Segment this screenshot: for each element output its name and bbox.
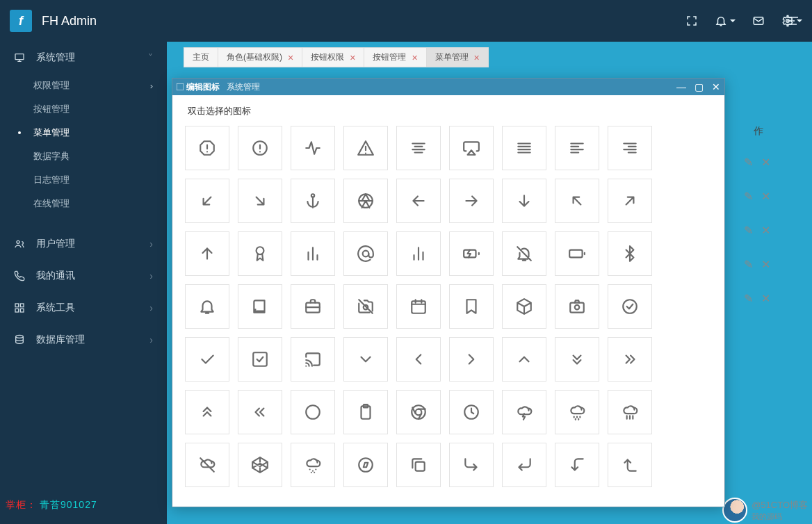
chevrons-down-icon[interactable] bbox=[555, 337, 599, 382]
copy-icon[interactable] bbox=[396, 443, 441, 487]
align-center-icon[interactable] bbox=[396, 126, 441, 170]
sidebar-item-comms[interactable]: 我的通讯 › bbox=[0, 260, 167, 292]
close-icon[interactable]: ✕ bbox=[761, 224, 770, 237]
close-icon[interactable]: ✕ bbox=[761, 258, 770, 271]
alert-circle-icon[interactable] bbox=[238, 126, 282, 170]
cast-icon[interactable] bbox=[291, 337, 335, 382]
cloud-lightning-icon[interactable] bbox=[502, 390, 546, 434]
arrow-up-icon[interactable] bbox=[185, 231, 229, 276]
clock-icon[interactable] bbox=[449, 390, 494, 434]
sidebar-item-users[interactable]: 用户管理 › bbox=[0, 228, 167, 260]
anchor-icon[interactable] bbox=[291, 179, 335, 223]
sidebar-item-system[interactable]: 系统管理 ˅ bbox=[0, 42, 167, 74]
arrow-down-right-icon[interactable] bbox=[238, 179, 282, 223]
award-icon[interactable] bbox=[238, 231, 282, 276]
edit-icon[interactable]: ✎ bbox=[744, 258, 753, 271]
bookmark-icon[interactable] bbox=[449, 284, 494, 329]
check-icon[interactable] bbox=[185, 337, 229, 382]
sidebar-sub-log[interactable]: 日志管理 bbox=[0, 168, 167, 192]
corner-left-up-icon[interactable] bbox=[608, 443, 652, 487]
corner-down-left-icon[interactable] bbox=[502, 443, 546, 487]
tab-btnmgmt[interactable]: 按钮管理× bbox=[364, 47, 426, 67]
edit-icon[interactable]: ✎ bbox=[744, 156, 753, 169]
sidebar-sub-online[interactable]: 在线管理 bbox=[0, 192, 167, 215]
calendar-icon[interactable] bbox=[396, 284, 441, 329]
maximize-icon[interactable]: ▢ bbox=[695, 82, 704, 92]
edit-icon[interactable]: ✎ bbox=[744, 190, 753, 203]
sidebar-sub-menu[interactable]: 菜单管理 bbox=[0, 121, 167, 145]
chevrons-right-icon[interactable] bbox=[608, 337, 652, 382]
close-icon[interactable]: ✕ bbox=[761, 190, 770, 203]
chevron-right-icon[interactable] bbox=[449, 337, 494, 382]
cloud-snow-icon[interactable] bbox=[291, 443, 335, 487]
arrow-down-icon[interactable] bbox=[502, 179, 546, 223]
tab-home[interactable]: 主页 bbox=[184, 47, 218, 67]
sidebar-sub-dict[interactable]: 数据字典 bbox=[0, 145, 167, 168]
icon-grid[interactable] bbox=[172, 123, 724, 498]
dialog-titlebar[interactable]: 编辑图标 系统管理 — ▢ ✕ bbox=[172, 79, 724, 95]
sidebar-sub-buttons[interactable]: 按钮管理 bbox=[0, 97, 167, 121]
tab-btnperm[interactable]: 按钮权限× bbox=[302, 47, 364, 67]
chevron-left-icon[interactable] bbox=[396, 337, 441, 382]
box-icon[interactable] bbox=[502, 284, 546, 329]
alert-octagon-icon[interactable] bbox=[185, 126, 229, 170]
camera-icon[interactable] bbox=[555, 284, 599, 329]
align-justify-icon[interactable] bbox=[502, 126, 546, 170]
align-left-icon[interactable] bbox=[555, 126, 599, 170]
close-icon[interactable]: × bbox=[474, 53, 480, 63]
fullscreen-icon[interactable] bbox=[685, 15, 698, 27]
mail-icon[interactable] bbox=[752, 15, 765, 27]
sidebar-item-db[interactable]: 数据库管理 › bbox=[0, 324, 167, 356]
check-square-icon[interactable] bbox=[238, 337, 282, 382]
close-icon[interactable]: ✕ bbox=[712, 82, 720, 92]
camera-off-icon[interactable] bbox=[343, 284, 388, 329]
minimize-icon[interactable]: — bbox=[676, 82, 686, 92]
briefcase-icon[interactable] bbox=[291, 284, 335, 329]
notifications-icon[interactable] bbox=[715, 15, 736, 27]
close-icon[interactable]: ✕ bbox=[761, 156, 770, 169]
arrow-down-left-icon[interactable] bbox=[185, 179, 229, 223]
align-right-icon[interactable] bbox=[608, 126, 652, 170]
sidebar-sub-permissions[interactable]: 权限管理› bbox=[0, 74, 167, 97]
edit-icon[interactable]: ✎ bbox=[744, 224, 753, 237]
chevrons-up-icon[interactable] bbox=[185, 390, 229, 434]
activity-icon[interactable] bbox=[291, 126, 335, 170]
bell-off-icon[interactable] bbox=[502, 231, 546, 276]
battery-charging-icon[interactable] bbox=[449, 231, 494, 276]
bar-chart-2-icon[interactable] bbox=[396, 231, 441, 276]
close-icon[interactable]: × bbox=[350, 53, 355, 63]
arrow-up-left-icon[interactable] bbox=[555, 179, 599, 223]
alert-triangle-icon[interactable] bbox=[343, 126, 388, 170]
aperture-icon[interactable] bbox=[343, 179, 388, 223]
cloud-drizzle-icon[interactable] bbox=[555, 390, 599, 434]
corner-left-down-icon[interactable] bbox=[555, 443, 599, 487]
chevrons-left-icon[interactable] bbox=[238, 390, 282, 434]
arrow-right-icon[interactable] bbox=[449, 179, 494, 223]
settings-icon[interactable] bbox=[781, 15, 802, 27]
arrow-up-right-icon[interactable] bbox=[608, 179, 652, 223]
tab-roles[interactable]: 角色(基础权限)× bbox=[218, 47, 302, 67]
cloud-rain-icon[interactable] bbox=[608, 390, 652, 434]
tab-menumgmt[interactable]: 菜单管理× bbox=[426, 47, 489, 67]
clipboard-icon[interactable] bbox=[343, 390, 388, 434]
edit-icon[interactable]: ✎ bbox=[744, 292, 753, 305]
bell-icon[interactable] bbox=[185, 284, 229, 329]
codepen-icon[interactable] bbox=[238, 443, 282, 487]
bar-chart-icon[interactable] bbox=[291, 231, 335, 276]
cloud-off-icon[interactable] bbox=[185, 443, 229, 487]
chevron-up-icon[interactable] bbox=[502, 337, 546, 382]
corner-down-right-icon[interactable] bbox=[449, 443, 494, 487]
at-sign-icon[interactable] bbox=[343, 231, 388, 276]
sidebar-item-tools[interactable]: 系统工具 › bbox=[0, 292, 167, 324]
book-icon[interactable] bbox=[238, 284, 282, 329]
close-icon[interactable]: × bbox=[412, 53, 417, 63]
bluetooth-icon[interactable] bbox=[608, 231, 652, 276]
arrow-left-icon[interactable] bbox=[396, 179, 441, 223]
battery-icon[interactable] bbox=[555, 231, 599, 276]
airplay-icon[interactable] bbox=[449, 126, 494, 170]
close-icon[interactable]: ✕ bbox=[761, 292, 770, 305]
circle-icon[interactable] bbox=[291, 390, 335, 434]
chrome-icon[interactable] bbox=[396, 390, 441, 434]
compass-icon[interactable] bbox=[343, 443, 388, 487]
check-circle-icon[interactable] bbox=[608, 284, 652, 329]
